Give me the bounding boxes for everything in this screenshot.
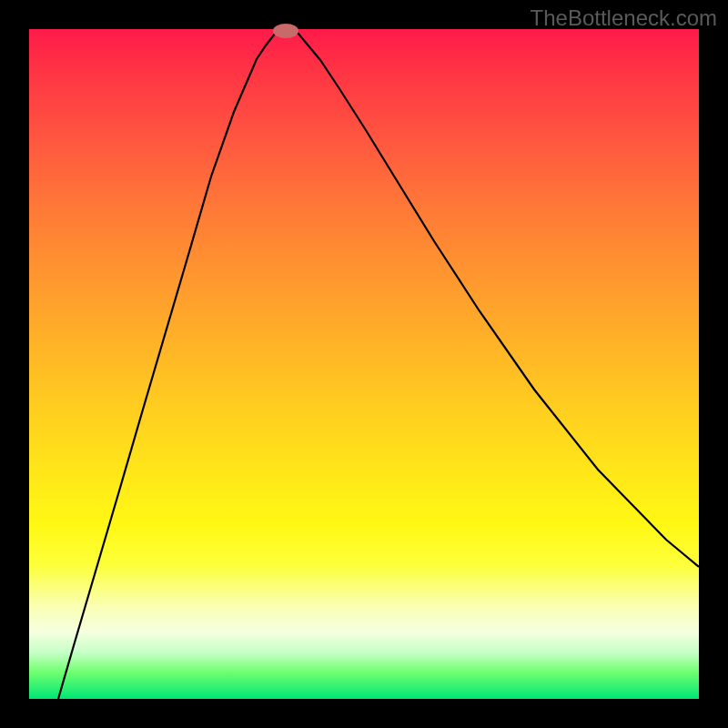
curve-left-branch [58, 30, 278, 699]
minimum-marker [273, 24, 298, 38]
plot-area [29, 29, 699, 699]
watermark-text: TheBottleneck.com [531, 5, 717, 31]
curve-layer [29, 29, 699, 699]
curve-right-branch [293, 30, 699, 567]
